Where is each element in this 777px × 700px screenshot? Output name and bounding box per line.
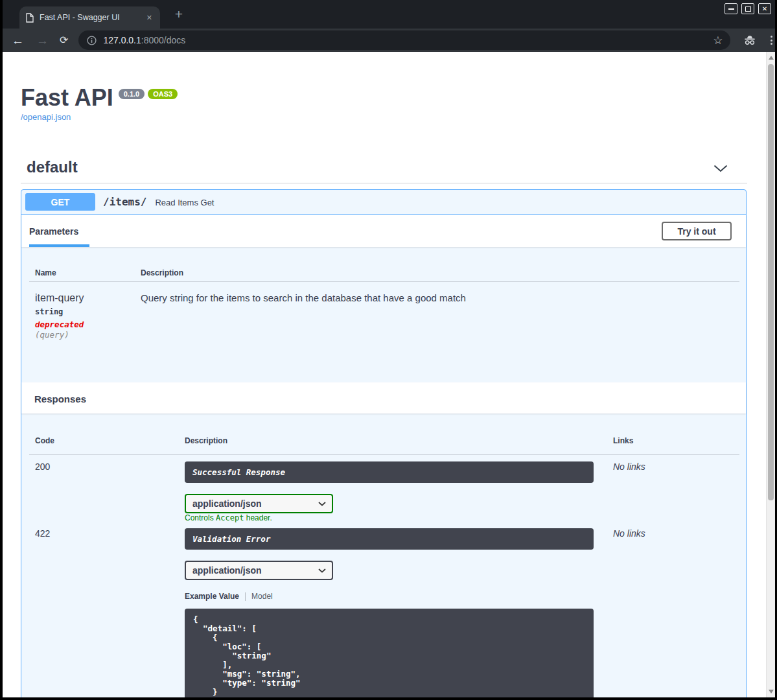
bookmark-star-icon[interactable]: ☆ — [713, 34, 723, 47]
example-json-panel[interactable]: { "detail": [ { "loc": [ "string" ], "ms… — [185, 609, 594, 697]
response-code: 422 — [35, 528, 50, 539]
example-model-tabs: Example Value Model — [185, 592, 273, 601]
page-title: Fast API — [21, 84, 113, 111]
media-type-select-422[interactable]: application/json — [185, 561, 333, 580]
api-title-row: Fast API 0.1.0 OAS3 — [21, 84, 178, 111]
forward-icon[interactable]: → — [36, 34, 49, 47]
url-path: :8000/docs — [141, 35, 186, 45]
favicon-document-icon — [26, 13, 34, 23]
param-col-name: Name — [35, 268, 56, 277]
new-tab-button[interactable]: + — [170, 6, 187, 23]
response-links: No links — [613, 528, 645, 539]
reload-icon[interactable]: ⟳ — [60, 35, 68, 45]
method-badge: GET — [25, 193, 95, 211]
media-type-select-200[interactable]: application/json — [185, 494, 333, 513]
minimize-button[interactable] — [725, 3, 737, 14]
site-info-icon[interactable] — [87, 36, 97, 45]
operation-summary[interactable]: GET /items/ Read Items Get — [21, 190, 746, 215]
response-links: No links — [613, 461, 645, 472]
browser-toolbar: ← → ⟳ 127.0.0.1:8000/docs ☆ — [3, 29, 775, 52]
tag-section-header[interactable]: default — [21, 156, 747, 183]
openapi-spec-link[interactable]: /openapi.json — [21, 112, 71, 122]
maximize-icon — [745, 6, 751, 12]
parameters-header: Parameters Try it out — [21, 215, 746, 247]
tag-name: default — [27, 158, 78, 176]
response-description-panel: Successful Response — [185, 461, 594, 483]
chevron-down-icon[interactable] — [713, 165, 728, 172]
param-col-description: Description — [141, 268, 183, 277]
close-button[interactable]: ✕ — [758, 3, 771, 14]
url-text[interactable]: 127.0.0.1:8000/docs — [103, 35, 185, 45]
browser-titlebar: Fast API - Swagger UI ✕ + ✕ — [3, 0, 775, 29]
example-json-code: { "detail": [ { "loc": [ "string" ], "ms… — [185, 609, 594, 697]
oas-badge: OAS3 — [148, 89, 178, 99]
resp-col-code: Code — [35, 436, 54, 445]
response-description: Validation Error — [192, 534, 270, 544]
response-code: 200 — [35, 461, 50, 472]
scroll-down-icon[interactable] — [769, 690, 774, 694]
scroll-up-icon[interactable] — [769, 56, 774, 60]
resp-col-links: Links — [613, 436, 633, 445]
maximize-button[interactable] — [741, 3, 754, 14]
parameter-type: string — [35, 307, 63, 316]
browser-menu-icon[interactable] — [771, 36, 772, 45]
tab-close-icon[interactable]: ✕ — [144, 12, 155, 23]
version-badge: 0.1.0 — [119, 89, 145, 99]
scrollbar-thumb[interactable] — [768, 64, 774, 500]
try-it-out-button[interactable]: Try it out — [662, 222, 732, 240]
media-type-select-wrap: application/json — [185, 561, 333, 580]
operation-summary-text: Read Items Get — [155, 196, 214, 207]
browser-tab[interactable]: Fast API - Swagger UI ✕ — [19, 6, 160, 29]
response-description-panel: Validation Error — [185, 528, 594, 550]
parameter-location: (query) — [35, 330, 69, 340]
resp-col-description: Description — [185, 436, 227, 445]
page-scrollbar[interactable] — [766, 52, 775, 697]
parameter-name: item-query — [35, 292, 84, 304]
tab-title: Fast API - Swagger UI — [40, 13, 144, 22]
back-icon[interactable]: ← — [12, 34, 24, 47]
tab-example-value[interactable]: Example Value — [185, 592, 239, 601]
parameters-title: Parameters — [29, 226, 78, 237]
operation-path: /items/ — [103, 196, 146, 208]
incognito-icon — [743, 35, 756, 45]
accept-header-note: Controls Accept header. — [185, 513, 272, 522]
media-type-select-wrap: application/json — [185, 494, 333, 513]
operation-block: GET /items/ Read Items Get Parameters Tr… — [21, 189, 747, 697]
address-bar[interactable]: 127.0.0.1:8000/docs ☆ — [78, 30, 730, 50]
param-header-divider — [29, 281, 739, 282]
tab-model[interactable]: Model — [251, 592, 273, 601]
close-icon: ✕ — [762, 5, 767, 12]
response-description: Successful Response — [192, 467, 285, 477]
parameter-description: Query string for the items to search in … — [141, 292, 633, 303]
active-tab-underline — [29, 244, 89, 247]
responses-header: Responses — [21, 382, 746, 414]
title-badges: 0.1.0 OAS3 — [119, 89, 178, 99]
url-host: 127.0.0.1 — [103, 35, 141, 45]
responses-title: Responses — [34, 393, 86, 404]
minimize-icon — [728, 8, 734, 10]
tab-separator — [245, 592, 246, 601]
swagger-page: Fast API 0.1.0 OAS3 /openapi.json defaul… — [3, 52, 766, 697]
accept-code: Accept — [216, 513, 244, 522]
window-controls: ✕ — [725, 3, 771, 14]
resp-header-divider — [29, 454, 739, 455]
parameter-deprecated-flag: deprecated — [35, 320, 84, 329]
